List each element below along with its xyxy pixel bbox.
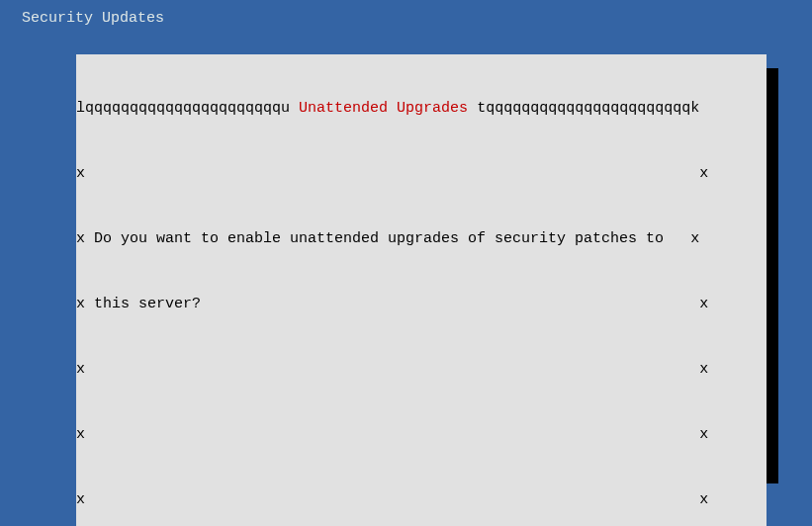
- page-title: Security Updates: [0, 0, 812, 27]
- message-row: x Do you want to enable unattended upgra…: [76, 228, 767, 250]
- border-row: x x: [76, 359, 767, 381]
- border-top: lqqqqqqqqqqqqqqqqqqqqqqu Unattended Upgr…: [76, 98, 767, 120]
- border-row: x x: [76, 489, 767, 511]
- dialog-wrapper: lqqqqqqqqqqqqqqqqqqqqqqu Unattended Upgr…: [76, 54, 770, 526]
- dialog-message-2: this server?: [94, 296, 201, 312]
- dialog-box: lqqqqqqqqqqqqqqqqqqqqqqu Unattended Upgr…: [76, 54, 767, 526]
- dialog-message-1: Do you want to enable unattended upgrade…: [94, 230, 664, 247]
- border-row: x x: [76, 163, 767, 185]
- message-row: x this server? x: [76, 294, 767, 315]
- border-row: x x: [76, 424, 767, 446]
- dialog-title: Unattended Upgrades: [299, 100, 468, 117]
